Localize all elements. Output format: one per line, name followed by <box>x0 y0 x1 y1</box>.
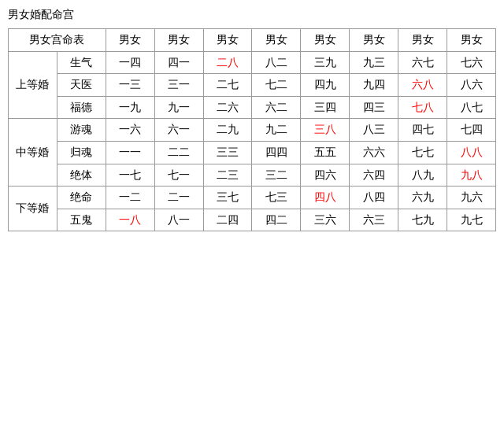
table-cell: 四二 <box>252 209 301 231</box>
table-cell: 七八 <box>398 96 447 119</box>
col-header-5: 男女 <box>301 29 350 52</box>
table-row: 归魂一一二二三三四四五五六六七七八八 <box>9 141 496 164</box>
table-cell: 六一 <box>154 119 203 142</box>
table-cell: 二四 <box>203 209 252 231</box>
category-cell: 中等婚 <box>9 119 57 187</box>
table-row: 福德一九九一二六六二三四四三七八八七 <box>9 96 496 119</box>
table-row: 中等婚游魂一六六一二九九二三八八三四七七四 <box>9 119 496 142</box>
table-cell: 六四 <box>350 164 398 187</box>
table-cell: 四一 <box>154 51 203 74</box>
table-cell: 三六 <box>301 209 350 231</box>
table-cell: 七一 <box>154 164 203 187</box>
table-cell: 八八 <box>447 141 496 164</box>
col-header-6: 男女 <box>350 29 398 52</box>
table-cell: 六八 <box>398 74 447 97</box>
table-cell: 一四 <box>106 51 154 74</box>
page-title: 男女婚配命宫 <box>8 8 496 22</box>
table-cell: 九八 <box>447 164 496 187</box>
col-header-2: 男女 <box>154 29 203 52</box>
table-cell: 四四 <box>252 141 301 164</box>
table-cell: 九二 <box>252 119 301 142</box>
table-cell: 八四 <box>350 187 398 209</box>
table-cell: 九六 <box>447 187 496 209</box>
table-cell: 七四 <box>447 119 496 142</box>
table-cell: 二九 <box>203 119 252 142</box>
table-cell: 二一 <box>154 187 203 209</box>
table-cell: 九七 <box>447 209 496 231</box>
col-header-3: 男女 <box>203 29 252 52</box>
table-cell: 九四 <box>350 74 398 97</box>
table-cell: 四八 <box>301 187 350 209</box>
table-cell: 三四 <box>301 96 350 119</box>
table-cell: 六三 <box>350 209 398 231</box>
table-cell: 三一 <box>154 74 203 97</box>
row-label: 绝体 <box>57 164 106 187</box>
table-cell: 一七 <box>106 164 154 187</box>
table-cell: 四九 <box>301 74 350 97</box>
category-cell: 上等婚 <box>9 51 57 119</box>
col-header-8: 男女 <box>447 29 496 52</box>
table-cell: 二六 <box>203 96 252 119</box>
row-label: 游魂 <box>57 119 106 142</box>
table-cell: 一二 <box>106 187 154 209</box>
table-cell: 三三 <box>203 141 252 164</box>
table-cell: 七三 <box>252 187 301 209</box>
table-cell: 一六 <box>106 119 154 142</box>
table-cell: 七七 <box>398 141 447 164</box>
table-cell: 三七 <box>203 187 252 209</box>
table-row: 上等婚生气一四四一二八八二三九九三六七七六 <box>9 51 496 74</box>
table-cell: 六七 <box>398 51 447 74</box>
table-cell: 六二 <box>252 96 301 119</box>
table-cell: 四七 <box>398 119 447 142</box>
row-label: 绝命 <box>57 187 106 209</box>
row-label: 福德 <box>57 96 106 119</box>
table-cell: 六六 <box>350 141 398 164</box>
table-cell: 一八 <box>106 209 154 231</box>
table-cell: 五五 <box>301 141 350 164</box>
table-row: 五鬼一八八一二四四二三六六三七九九七 <box>9 209 496 231</box>
table-cell: 九三 <box>350 51 398 74</box>
table-cell: 三九 <box>301 51 350 74</box>
table-cell: 八三 <box>350 119 398 142</box>
table-cell: 八七 <box>447 96 496 119</box>
table-cell: 四三 <box>350 96 398 119</box>
row-label: 天医 <box>57 74 106 97</box>
table-row: 下等婚绝命一二二一三七七三四八八四六九九六 <box>9 187 496 209</box>
table-cell: 三八 <box>301 119 350 142</box>
table-cell: 一一 <box>106 141 154 164</box>
table-cell: 三二 <box>252 164 301 187</box>
row-label: 五鬼 <box>57 209 106 231</box>
table-cell: 八九 <box>398 164 447 187</box>
col-header-4: 男女 <box>252 29 301 52</box>
table-cell: 七二 <box>252 74 301 97</box>
row-label: 归魂 <box>57 141 106 164</box>
row-label: 生气 <box>57 51 106 74</box>
category-cell: 下等婚 <box>9 187 57 231</box>
marriage-table: 男女宫命表 男女 男女 男女 男女 男女 男女 男女 男女 上等婚生气一四四一二… <box>8 28 496 231</box>
table-cell: 六九 <box>398 187 447 209</box>
table-cell: 四六 <box>301 164 350 187</box>
table-cell: 八一 <box>154 209 203 231</box>
table-cell: 八六 <box>447 74 496 97</box>
table-cell: 一三 <box>106 74 154 97</box>
col-header-1: 男女 <box>106 29 154 52</box>
table-cell: 九一 <box>154 96 203 119</box>
table-cell: 一九 <box>106 96 154 119</box>
col-header-7: 男女 <box>398 29 447 52</box>
table-cell: 二三 <box>203 164 252 187</box>
table-cell: 二二 <box>154 141 203 164</box>
table-cell: 七六 <box>447 51 496 74</box>
table-row: 天医一三三一二七七二四九九四六八八六 <box>9 74 496 97</box>
table-row: 绝体一七七一二三三二四六六四八九九八 <box>9 164 496 187</box>
table-cell: 二八 <box>203 51 252 74</box>
table-corner-header: 男女宫命表 <box>9 29 106 52</box>
table-cell: 二七 <box>203 74 252 97</box>
table-cell: 七九 <box>398 209 447 231</box>
table-cell: 八二 <box>252 51 301 74</box>
